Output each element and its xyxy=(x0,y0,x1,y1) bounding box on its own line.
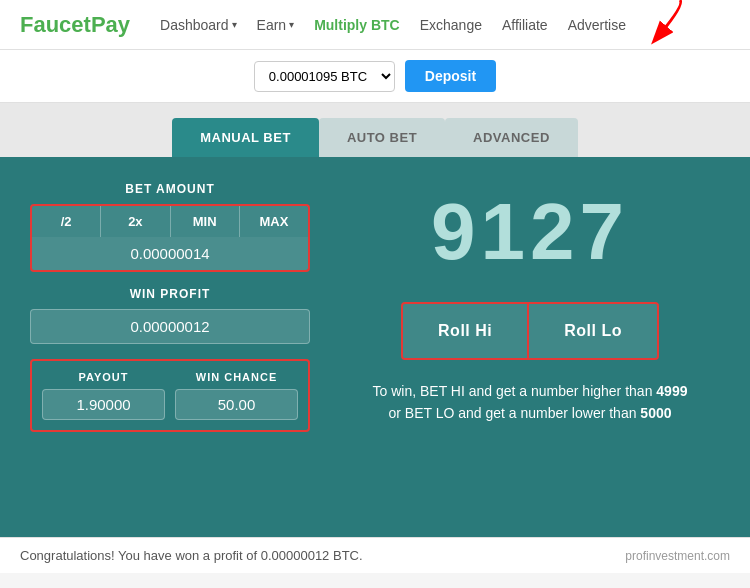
logo-faucet: Faucet xyxy=(20,12,91,37)
win-chance-label: WIN CHANCE xyxy=(175,371,298,383)
nav-exchange[interactable]: Exchange xyxy=(420,17,482,33)
left-panel: BET AMOUNT /2 2x MIN MAX WIN PROFIT PAYO… xyxy=(30,182,310,432)
payout-chance-row: PAYOUT WIN CHANCE xyxy=(30,359,310,432)
bet-amount-label: BET AMOUNT xyxy=(30,182,310,196)
navigation: Dashboard ▾ Earn ▾ Multiply BTC Exchange… xyxy=(160,17,730,33)
game-content: BET AMOUNT /2 2x MIN MAX WIN PROFIT PAYO… xyxy=(30,182,720,432)
tab-auto-bet[interactable]: AUTO BET xyxy=(319,118,445,157)
payout-input[interactable] xyxy=(42,389,165,420)
header: FaucetPay Dashboard ▾ Earn ▾ Multiply BT… xyxy=(0,0,750,50)
win-description-text: To win, BET HI and get a number higher t… xyxy=(373,380,688,425)
balance-select[interactable]: 0.00001095 BTC xyxy=(254,61,395,92)
min-bet-button[interactable]: MIN xyxy=(171,206,240,237)
tabs-bar: MANUAL BET AUTO BET ADVANCED xyxy=(0,103,750,157)
half-bet-button[interactable]: /2 xyxy=(32,206,101,237)
balance-bar: 0.00001095 BTC Deposit xyxy=(0,50,750,103)
right-panel: 9127 Roll Hi Roll Lo To win, BET HI and … xyxy=(340,182,720,432)
status-message: Congratulations! You have won a profit o… xyxy=(20,548,363,563)
roll-lo-button[interactable]: Roll Lo xyxy=(529,304,657,358)
game-area: BET AMOUNT /2 2x MIN MAX WIN PROFIT PAYO… xyxy=(0,157,750,537)
random-number-display: 9127 xyxy=(431,192,629,272)
win-profit-input[interactable] xyxy=(30,309,310,344)
earn-arrow-icon: ▾ xyxy=(289,19,294,30)
watermark: profinvestment.com xyxy=(625,549,730,563)
double-bet-button[interactable]: 2x xyxy=(101,206,170,237)
tab-manual-bet[interactable]: MANUAL BET xyxy=(172,118,319,157)
win-chance-input[interactable] xyxy=(175,389,298,420)
status-bar: Congratulations! You have won a profit o… xyxy=(0,537,750,573)
tab-advanced[interactable]: ADVANCED xyxy=(445,118,578,157)
logo: FaucetPay xyxy=(20,12,130,38)
roll-hi-button[interactable]: Roll Hi xyxy=(403,304,529,358)
payout-label: PAYOUT xyxy=(42,371,165,383)
deposit-button[interactable]: Deposit xyxy=(405,60,496,92)
nav-affiliate[interactable]: Affiliate xyxy=(502,17,548,33)
bet-quick-buttons: /2 2x MIN MAX xyxy=(30,204,310,237)
win-profit-label: WIN PROFIT xyxy=(30,287,310,301)
bet-amount-input[interactable] xyxy=(30,237,310,272)
nav-earn[interactable]: Earn ▾ xyxy=(257,17,295,33)
max-bet-button[interactable]: MAX xyxy=(240,206,308,237)
dashboard-arrow-icon: ▾ xyxy=(232,19,237,30)
win-profit-section: WIN PROFIT xyxy=(30,287,310,344)
nav-multiply-btc[interactable]: Multiply BTC xyxy=(314,17,400,33)
logo-pay: Pay xyxy=(91,12,130,37)
nav-dashboard[interactable]: Dashboard ▾ xyxy=(160,17,237,33)
win-chance-block: WIN CHANCE xyxy=(175,371,298,420)
nav-advertise[interactable]: Advertise xyxy=(568,17,626,33)
payout-block: PAYOUT xyxy=(42,371,165,420)
roll-buttons-group: Roll Hi Roll Lo xyxy=(401,302,659,360)
